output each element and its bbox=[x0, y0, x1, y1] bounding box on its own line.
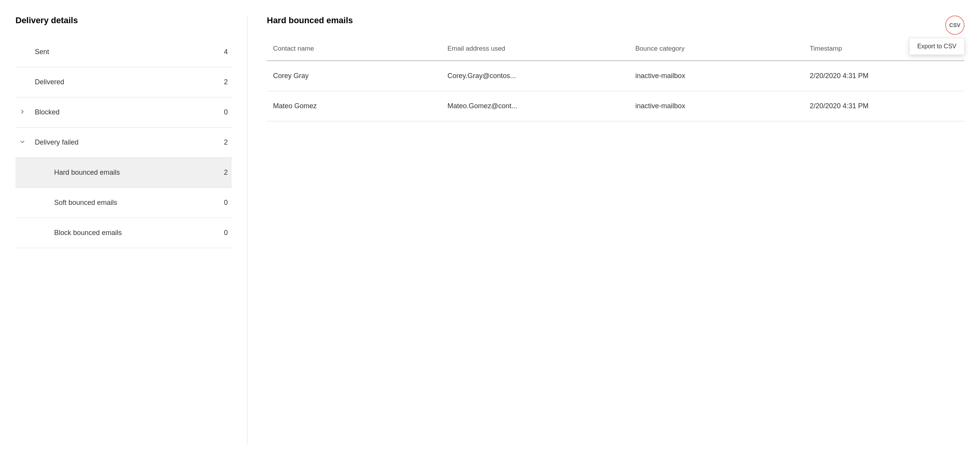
table-row: Mateo GomezMateo.Gomez@cont...inactive-m… bbox=[267, 91, 965, 121]
row-label-delivery-failed: Delivery failed bbox=[35, 138, 212, 147]
col-header-contact-name: Contact name bbox=[267, 37, 441, 61]
left-panel-title: Delivery details bbox=[15, 15, 232, 26]
csv-icon: CSV bbox=[949, 22, 961, 28]
chevron-icon-blocked[interactable] bbox=[19, 109, 35, 116]
table-header: Contact name Email address used Bounce c… bbox=[267, 37, 965, 61]
row-value-sent: 4 bbox=[212, 48, 228, 56]
row-label-hard-bounced: Hard bounced emails bbox=[54, 169, 212, 177]
timestamp-cell: 2/20/2020 4:31 PM bbox=[804, 91, 965, 121]
col-header-email-address: Email address used bbox=[441, 37, 629, 61]
row-value-soft-bounced: 0 bbox=[212, 199, 228, 207]
delivery-row-block-bounced: Block bounced emails0 bbox=[15, 218, 232, 248]
row-label-block-bounced: Block bounced emails bbox=[54, 229, 212, 237]
table-body: Corey GrayCorey.Gray@contos...inactive-m… bbox=[267, 61, 965, 121]
row-label-delivered: Delivered bbox=[35, 78, 212, 86]
bounce-category-cell: inactive-mailbox bbox=[629, 61, 804, 91]
delivery-row-sent: Sent4 bbox=[15, 37, 232, 67]
email-cell: Corey.Gray@contos... bbox=[441, 61, 629, 91]
email-cell: Mateo.Gomez@cont... bbox=[441, 91, 629, 121]
chevron-icon-delivery-failed[interactable] bbox=[19, 139, 35, 147]
table-header-row: Contact name Email address used Bounce c… bbox=[267, 37, 965, 61]
delivery-row-hard-bounced: Hard bounced emails2 bbox=[15, 158, 232, 188]
export-csv-label: Export to CSV bbox=[917, 43, 956, 49]
row-value-blocked: 0 bbox=[212, 108, 228, 116]
right-panel-title: Hard bounced emails bbox=[267, 15, 965, 26]
right-panel: Hard bounced emails CSV Export to CSV Co… bbox=[248, 15, 965, 445]
row-label-soft-bounced: Soft bounced emails bbox=[54, 199, 212, 207]
col-header-bounce-category: Bounce category bbox=[629, 37, 804, 61]
row-value-delivery-failed: 2 bbox=[212, 138, 228, 147]
left-panel: Delivery details Sent4Delivered2Blocked0… bbox=[15, 15, 248, 445]
row-value-hard-bounced: 2 bbox=[212, 169, 228, 177]
delivery-row-soft-bounced: Soft bounced emails0 bbox=[15, 188, 232, 218]
export-csv-dropdown[interactable]: Export to CSV bbox=[909, 38, 965, 55]
row-value-delivered: 2 bbox=[212, 78, 228, 86]
contact-name-cell: Corey Gray bbox=[267, 61, 441, 91]
contact-name-cell: Mateo Gomez bbox=[267, 91, 441, 121]
export-button-container: CSV Export to CSV bbox=[909, 15, 965, 55]
timestamp-cell: 2/20/2020 4:31 PM bbox=[804, 61, 965, 91]
bounce-category-cell: inactive-mailbox bbox=[629, 91, 804, 121]
row-value-block-bounced: 0 bbox=[212, 229, 228, 237]
delivery-rows: Sent4Delivered2Blocked0Delivery failed2H… bbox=[15, 37, 232, 248]
export-csv-icon-button[interactable]: CSV bbox=[945, 15, 965, 35]
row-label-blocked: Blocked bbox=[35, 108, 212, 116]
table-row: Corey GrayCorey.Gray@contos...inactive-m… bbox=[267, 61, 965, 91]
delivery-row-delivery-failed[interactable]: Delivery failed2 bbox=[15, 128, 232, 158]
row-label-sent: Sent bbox=[35, 48, 212, 56]
delivery-row-blocked[interactable]: Blocked0 bbox=[15, 97, 232, 128]
bounced-emails-table: Contact name Email address used Bounce c… bbox=[267, 37, 965, 121]
delivery-row-delivered: Delivered2 bbox=[15, 67, 232, 97]
